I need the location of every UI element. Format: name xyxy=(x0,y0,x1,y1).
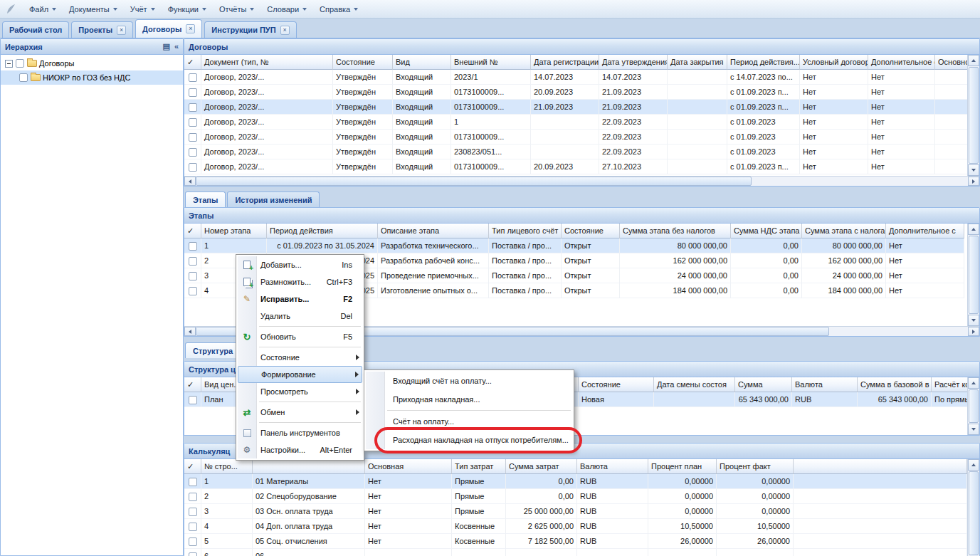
row-checkbox[interactable] xyxy=(189,272,197,280)
column-header[interactable]: Валюта xyxy=(792,377,858,392)
menu-item-formation[interactable]: Формирование xyxy=(238,366,362,383)
contract-row[interactable]: Договор, 2023/... Утверждён Входящий 202… xyxy=(184,70,967,85)
column-header[interactable]: Дата закрытия xyxy=(668,55,727,70)
scrollbar-thumb[interactable] xyxy=(969,67,979,164)
column-header[interactable] xyxy=(794,459,967,474)
column-header[interactable]: Тип лицевого счёт xyxy=(489,224,562,238)
submenu-item-incoming-invoice[interactable]: Входящий счёт на оплату... xyxy=(366,372,572,390)
scrollbar-thumb[interactable] xyxy=(969,236,979,314)
column-header[interactable]: Дата утверждения xyxy=(599,55,668,70)
menu-item-refresh[interactable]: ↻ Обновить F5 xyxy=(238,328,362,345)
menu-item-edit[interactable]: ✎ Исправить... F2 xyxy=(238,290,362,308)
menubar-item[interactable]: Учёт xyxy=(124,0,162,18)
tab-projects[interactable]: Проекты × xyxy=(71,21,133,38)
contract-row[interactable]: Договор, 2023/... Утверждён Входящий 1 2… xyxy=(184,115,967,130)
scroll-left-icon[interactable] xyxy=(184,177,196,186)
row-checkbox[interactable] xyxy=(189,163,197,172)
scroll-down-icon[interactable] xyxy=(968,315,979,326)
horizontal-scrollbar[interactable] xyxy=(184,176,979,186)
tab-structure[interactable]: Структура xyxy=(185,342,241,358)
menu-item-toolbar-toggle[interactable]: Панель инструментов xyxy=(238,424,362,441)
column-header[interactable]: Сумма xyxy=(735,377,792,392)
contract-row[interactable]: Договор, 2023/... Утверждён Входящий 017… xyxy=(184,100,967,115)
row-checkbox[interactable] xyxy=(189,287,197,295)
column-header[interactable]: Период действия xyxy=(267,224,378,238)
contract-row[interactable]: Договор, 2023/... Утверждён Входящий 017… xyxy=(184,130,967,145)
column-header[interactable]: ✓ xyxy=(184,224,201,238)
column-header[interactable]: ✓ xyxy=(184,377,201,392)
tree-checkbox[interactable] xyxy=(16,59,24,68)
column-header[interactable]: Сумма в базовой в xyxy=(858,377,932,392)
contract-row[interactable]: Договор, 2023/... Утверждён Входящий 017… xyxy=(184,85,967,100)
scrollbar-thumb[interactable] xyxy=(969,471,979,555)
menubar-item[interactable]: Документы xyxy=(63,0,124,18)
tab-instructions[interactable]: Инструкции ПУП × xyxy=(204,21,296,38)
scroll-up-icon[interactable] xyxy=(968,224,979,235)
contract-row[interactable]: Договор, 2023/... Утверждён Входящий 017… xyxy=(184,159,967,174)
menu-item-settings[interactable]: ⚙ Настройки... Alt+Enter xyxy=(238,441,362,458)
column-header[interactable]: Валюта xyxy=(577,459,648,474)
column-header[interactable]: Дополнительное с xyxy=(868,55,935,70)
row-checkbox[interactable] xyxy=(189,242,197,251)
column-header[interactable]: Документ (тип, № xyxy=(201,55,333,70)
tab-stages[interactable]: Этапы xyxy=(185,192,226,207)
menu-item-preview[interactable]: Просмотреть xyxy=(238,383,362,400)
row-checkbox[interactable] xyxy=(189,508,197,516)
contract-row[interactable]: Договор, 2023/... Утверждён Входящий 230… xyxy=(184,145,967,159)
tab-close-icon[interactable]: × xyxy=(186,24,195,33)
column-header[interactable]: Дата смены состоя xyxy=(654,377,735,392)
column-header[interactable]: Сумма этапа без налогов xyxy=(620,224,731,238)
menubar-item[interactable]: Словари xyxy=(260,0,313,18)
stage-row[interactable]: 1 с 01.09.2023 по 31.05.2024 Разработка … xyxy=(184,238,964,253)
scroll-down-icon[interactable] xyxy=(968,164,979,176)
scroll-right-icon[interactable] xyxy=(968,177,979,186)
row-checkbox[interactable] xyxy=(189,493,197,501)
column-header[interactable]: Процент план xyxy=(648,459,717,474)
calculation-row[interactable]: 2 02 Спецоборудование Нет Прямые 0,00 RU… xyxy=(184,489,967,504)
column-header[interactable]: Описание этапа xyxy=(378,224,489,238)
tab-change-history[interactable]: История изменений xyxy=(227,192,320,207)
column-header[interactable]: ✓ xyxy=(184,459,201,474)
menu-item-add[interactable]: + Добавить... Ins xyxy=(238,256,362,273)
row-checkbox[interactable] xyxy=(189,537,197,546)
column-header[interactable]: Состояние xyxy=(562,224,620,238)
row-checkbox[interactable] xyxy=(189,523,197,531)
hierarchy-view-icon[interactable]: ▤ xyxy=(162,43,169,51)
tree-node-contracts[interactable]: Договоры xyxy=(1,56,183,70)
submenu-item-payment-invoice[interactable]: Счёт на оплату... xyxy=(366,412,572,431)
menu-item-duplicate[interactable]: + Размножить... Ctrl+F3 xyxy=(238,273,362,290)
submenu-item-receipt-note[interactable]: Приходная накладная... xyxy=(366,390,572,409)
column-header[interactable]: Период действия... xyxy=(727,55,800,70)
column-header[interactable]: Состояние xyxy=(579,377,654,392)
scroll-left-icon[interactable] xyxy=(184,327,196,336)
row-checkbox[interactable] xyxy=(189,88,197,97)
collapse-panel-icon[interactable]: « xyxy=(174,43,179,51)
vertical-scrollbar[interactable] xyxy=(967,377,979,435)
menu-item-delete[interactable]: Удалить Del xyxy=(238,308,362,325)
calculation-row[interactable]: 3 03 Осн. оплата труда Нет Прямые 25 000… xyxy=(184,504,967,519)
menu-item-exchange[interactable]: ⇄ Обмен xyxy=(238,404,362,421)
column-header[interactable]: Расчёт ко... xyxy=(932,377,967,392)
row-checkbox[interactable] xyxy=(189,133,197,142)
calculation-row[interactable]: 6 06 xyxy=(184,549,967,556)
menubar-item[interactable]: Функции xyxy=(162,0,213,18)
row-checkbox[interactable] xyxy=(189,118,197,127)
scroll-up-icon[interactable] xyxy=(968,55,979,66)
scrollbar-thumb[interactable] xyxy=(196,177,752,186)
scroll-up-icon[interactable] xyxy=(968,377,979,389)
tree-node-niokr[interactable]: НИОКР по ГОЗ без НДС xyxy=(1,70,183,85)
column-header[interactable]: ✓ xyxy=(184,55,201,70)
row-checkbox[interactable] xyxy=(189,103,197,112)
column-header[interactable]: Дополнительное с xyxy=(886,224,964,238)
tab-desktop[interactable]: Рабочий стол xyxy=(2,21,69,38)
row-checkbox[interactable] xyxy=(189,73,197,82)
column-header[interactable]: Внешний № xyxy=(451,55,531,70)
row-checkbox[interactable] xyxy=(189,396,197,404)
menubar-item[interactable]: Отчёты xyxy=(213,0,260,18)
row-checkbox[interactable] xyxy=(189,552,197,556)
column-header[interactable] xyxy=(253,459,365,474)
column-header[interactable]: Сумма этапа с налогами xyxy=(802,224,886,238)
tree-checkbox[interactable] xyxy=(19,73,28,82)
calculation-row[interactable]: 4 04 Доп. оплата труда Нет Косвенные 2 6… xyxy=(184,519,967,534)
menubar-item[interactable]: Справка xyxy=(313,0,364,18)
